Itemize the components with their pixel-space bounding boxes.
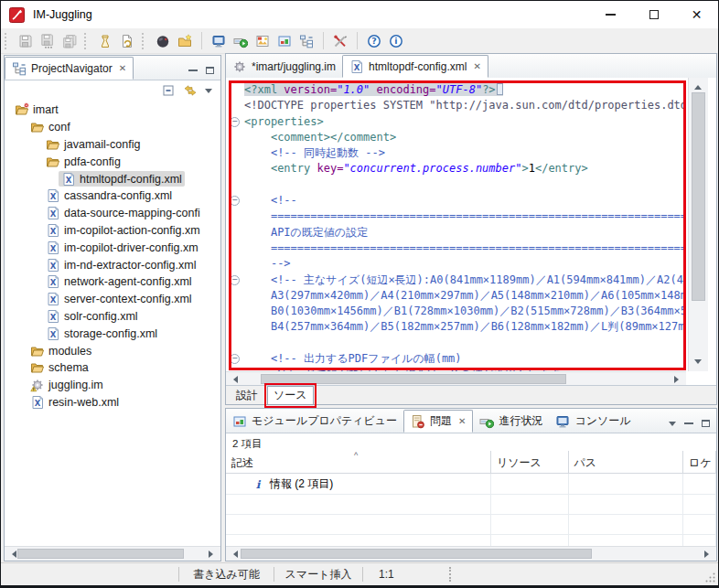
code-line[interactable]	[244, 336, 683, 351]
link-with-editor-icon[interactable]	[183, 83, 198, 98]
close-icon[interactable]: ✕	[473, 61, 480, 71]
new-folder-button[interactable]	[174, 30, 196, 52]
code-line[interactable]: − <!--	[244, 193, 683, 208]
tree-item-im-nd-extractor-config-xml[interactable]: Xim-nd-extractor-config.xml	[5, 256, 220, 273]
refresh-file-button[interactable]	[116, 30, 138, 52]
scroll-left-icon[interactable]	[8, 551, 16, 558]
editor-vscrollbar[interactable]	[688, 78, 708, 371]
editor-hscrollbar[interactable]	[226, 371, 686, 386]
editor-tab--imart-juggling-im[interactable]: *imart/juggling.im	[226, 55, 342, 78]
editor-mode-tab-source[interactable]: ソース	[267, 386, 314, 405]
app-icon[interactable]	[9, 7, 25, 23]
fold-collapse-icon[interactable]: −	[230, 117, 240, 127]
code-line[interactable]: B0(1030mm×1456mm)／B1(728mm×1030mm)／B2(51…	[244, 304, 683, 319]
column-header-3[interactable]: パス	[569, 451, 684, 473]
scrollbar-thumb[interactable]	[261, 374, 566, 384]
scroll-left-icon[interactable]	[230, 551, 238, 558]
column-header-1[interactable]: 記述^	[226, 451, 491, 473]
save-all-button[interactable]	[59, 30, 80, 52]
code-line[interactable]: − <!-- 主なサイズ(短辺×長辺):A0(841mm×1189mm)／A1(…	[244, 273, 683, 288]
tree-item-imart[interactable]: imart	[5, 102, 220, 119]
code-line[interactable]: ========================================…	[244, 208, 683, 224]
scroll-right-icon[interactable]	[209, 551, 217, 558]
code-line[interactable]	[244, 177, 683, 193]
code-line[interactable]: B4(257mm×364mm)／B5(182mm×257mm)／B6(128mm…	[244, 319, 683, 335]
scroll-down-icon[interactable]	[694, 359, 702, 368]
column-header-4[interactable]: ロケ	[683, 451, 716, 473]
view-tab-コンソール[interactable]: コンソール	[549, 410, 637, 433]
scroll-right-icon[interactable]	[704, 551, 713, 558]
tree-item-javamail-config[interactable]: javamail-config	[5, 136, 220, 154]
hierarchy-view-button[interactable]	[295, 30, 317, 52]
minimize-view-icon[interactable]	[684, 422, 693, 424]
code-line[interactable]: <comment></comment>	[244, 130, 683, 145]
maximize-button[interactable]	[632, 1, 675, 28]
close-button[interactable]: ✕	[675, 1, 718, 28]
save-button[interactable]	[15, 30, 37, 52]
help-button[interactable]: ?	[363, 30, 385, 52]
code-line[interactable]: -->	[244, 256, 683, 272]
resize-grip-icon[interactable]	[704, 572, 716, 583]
code-line[interactable]: − <!-- 出力するPDFファイルの幅(mm)	[244, 351, 683, 367]
tree-item-storage-config-xml[interactable]: Xstorage-config.xml	[5, 325, 220, 342]
fold-collapse-icon[interactable]: −	[230, 275, 240, 285]
fold-collapse-icon[interactable]: −	[230, 196, 240, 206]
problems-group-row[interactable]: i情報 (2 項目)	[226, 474, 716, 495]
tree-item-data-source-mapping-confi[interactable]: Xdata-source-mapping-confi	[5, 205, 220, 222]
view-tab-問題[interactable]: 問題✕	[403, 410, 473, 433]
tree-item-cassandra-config-xml[interactable]: Xcassandra-config.xml	[5, 187, 220, 205]
code-line[interactable]: <entry key="concurrent.process.number">1…	[244, 161, 683, 176]
scroll-up-icon[interactable]	[694, 81, 702, 90]
column-header-2[interactable]: リソース	[491, 451, 569, 473]
minimize-view-icon[interactable]	[188, 69, 198, 71]
xml-source-editor[interactable]: <?xml version="1.0" encoding="UTF-8"?><!…	[226, 78, 683, 371]
code-line[interactable]: <?xml version="1.0" encoding="UTF-8"?>	[244, 82, 683, 98]
info-button[interactable]: i	[385, 30, 407, 52]
scroll-left-icon[interactable]	[230, 376, 238, 383]
code-line[interactable]: ========================================…	[244, 241, 683, 256]
editor-tab-htmltopdf-config-xml[interactable]: Xhtmltopdf-config.xml✕	[342, 55, 488, 78]
collapse-all-icon[interactable]	[161, 83, 176, 98]
minimize-button[interactable]	[589, 1, 632, 28]
view-tab-進行状況[interactable]: 進行状況	[473, 410, 549, 433]
problems-hscrollbar[interactable]	[226, 546, 716, 561]
tree-item-network-agent-config-xml[interactable]: Xnetwork-agent-config.xml	[5, 273, 220, 291]
export-wizard-button[interactable]	[94, 30, 116, 52]
code-line[interactable]: <!DOCTYPE properties SYSTEM "http://java…	[244, 98, 683, 113]
tree-item-server-context-config-xml[interactable]: Xserver-context-config.xml	[5, 291, 220, 308]
maximize-view-icon[interactable]	[702, 420, 710, 427]
tree-item-resin-web-xml[interactable]: Xresin-web.xml	[5, 394, 220, 412]
maximize-view-icon[interactable]	[206, 67, 214, 74]
close-icon[interactable]: ✕	[119, 63, 126, 73]
tree-item-htmltopdf-config-xml[interactable]: Xhtmltopdf-config.xml	[5, 170, 220, 187]
scrollbar-thumb[interactable]	[241, 549, 592, 559]
code-line[interactable]: APIの既定値の設定	[244, 225, 683, 241]
tree-item-juggling-im[interactable]: juggling.im	[5, 377, 220, 394]
code-line[interactable]: <!-- 同時起動数 -->	[244, 145, 683, 161]
code-line[interactable]: A3(297mm×420mm)／A4(210mm×297mm)／A5(148mm…	[244, 288, 683, 304]
image-checker-button[interactable]	[252, 30, 274, 52]
tools-button[interactable]	[329, 30, 351, 52]
view-tab-モジュールプロパティビュー[interactable]: モジュールプロパティビュー	[226, 410, 403, 433]
console-view-button[interactable]	[208, 30, 230, 52]
tree-item-conf[interactable]: conf	[5, 119, 220, 136]
save-as-button[interactable]	[37, 30, 59, 52]
scrollbar-thumb[interactable]	[17, 549, 184, 559]
tree-item-pdfa-config[interactable]: pdfa-config	[5, 153, 220, 170]
tree-item-im-copilot-action-config-xm[interactable]: Xim-copilot-action-config.xm	[5, 222, 220, 240]
view-menu-icon[interactable]	[669, 422, 676, 430]
fold-collapse-icon[interactable]: −	[230, 354, 240, 364]
navigator-hscrollbar[interactable]	[5, 546, 220, 561]
tree-item-im-copilot-driver-config-xm[interactable]: Xim-copilot-driver-config.xm	[5, 239, 220, 256]
editor-mode-tab-design[interactable]: 設計	[231, 387, 263, 404]
tree-item-modules[interactable]: modules	[5, 342, 220, 359]
code-line[interactable]: −<properties>	[244, 114, 683, 130]
tree-item-solr-config-xml[interactable]: Xsolr-config.xml	[5, 308, 220, 326]
progress-view-button[interactable]	[230, 30, 252, 52]
scroll-right-icon[interactable]	[674, 376, 682, 383]
view-menu-icon[interactable]	[205, 89, 212, 97]
scrollbar-thumb[interactable]	[692, 92, 705, 301]
module-property-view-button[interactable]	[274, 30, 295, 52]
tree-item-schema[interactable]: schema	[5, 359, 220, 377]
tab-project-navigator[interactable]: ProjectNavigator ✕	[5, 57, 134, 80]
